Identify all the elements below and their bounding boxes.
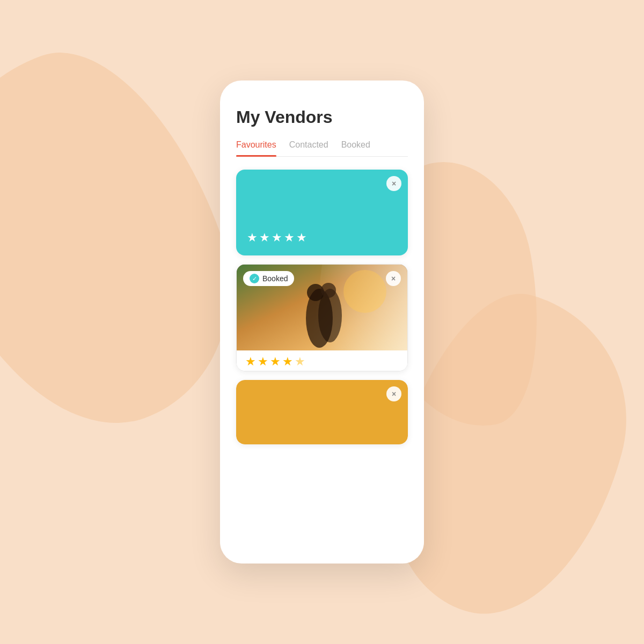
vendor-card-1: ★ ★ ★ ★ ★ × bbox=[236, 170, 408, 255]
star-1: ★ bbox=[247, 231, 258, 245]
booked-check-icon: ✓ bbox=[250, 274, 259, 283]
vendor-card-1-close[interactable]: × bbox=[386, 176, 401, 191]
vendor-card-3-close[interactable]: × bbox=[386, 386, 401, 401]
booked-badge: ✓ Booked bbox=[243, 271, 294, 286]
tab-booked[interactable]: Booked bbox=[341, 140, 370, 156]
phone-frame: My Vendors Favourites Contacted Booked ★… bbox=[220, 80, 424, 564]
star-3: ★ bbox=[270, 355, 281, 369]
vendor-card-1-bg: ★ ★ ★ ★ ★ bbox=[236, 170, 408, 255]
vendor-card-2-actions: Message bbox=[237, 369, 407, 371]
tab-favourites[interactable]: Favourites bbox=[236, 140, 276, 156]
vendor-card-2: ✓ Booked × bbox=[236, 264, 408, 371]
vendor-card-3-bg bbox=[236, 380, 408, 444]
vendor-card-2-stars: ★ ★ ★ ★ ★ bbox=[245, 355, 399, 369]
star-5: ★ bbox=[295, 355, 305, 369]
page-title: My Vendors bbox=[236, 107, 408, 127]
star-2: ★ bbox=[259, 231, 270, 245]
svg-point-6 bbox=[321, 283, 336, 298]
vendor-list: ★ ★ ★ ★ ★ × ✓ Booked × bbox=[236, 170, 408, 444]
tab-contacted[interactable]: Contacted bbox=[289, 140, 328, 156]
star-4: ★ bbox=[284, 231, 295, 245]
booked-badge-label: Booked bbox=[262, 274, 288, 283]
tab-bar: Favourites Contacted Booked bbox=[236, 140, 408, 157]
vendor-card-3: × bbox=[236, 380, 408, 444]
star-2: ★ bbox=[258, 355, 268, 369]
star-5: ★ bbox=[296, 231, 307, 245]
vendor-card-2-close[interactable]: × bbox=[386, 271, 401, 286]
vendor-card-1-stars: ★ ★ ★ ★ ★ bbox=[247, 231, 307, 245]
star-3: ★ bbox=[272, 231, 282, 245]
star-4: ★ bbox=[282, 355, 293, 369]
vendor-card-2-star-area: ★ ★ ★ ★ ★ bbox=[237, 350, 407, 369]
star-1: ★ bbox=[245, 355, 256, 369]
svg-point-2 bbox=[343, 270, 386, 313]
